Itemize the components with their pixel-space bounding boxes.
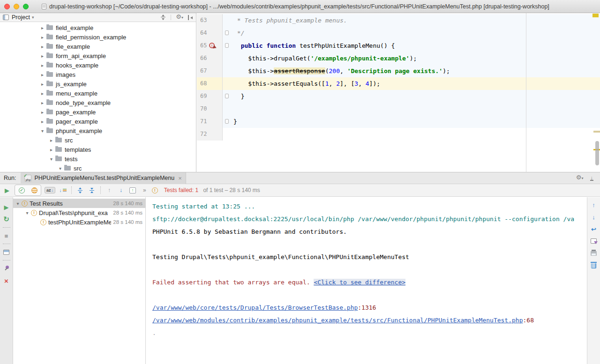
project-tree-item-pager_example[interactable]: ▸pager_example [0, 117, 196, 126]
console-hyperlink[interactable]: <Click to see difference> [314, 279, 405, 286]
chevron-right-icon[interactable]: ▸ [39, 110, 45, 115]
project-tree-item-src[interactable]: ▸src [0, 135, 196, 145]
collapse-all-button[interactable] [88, 186, 96, 195]
sort-alphabetically-button[interactable]: az↓ [45, 186, 55, 195]
project-tree-item-form_api_example[interactable]: ▸form_api_example [0, 51, 196, 60]
editor-line-64[interactable]: 64 */ [197, 27, 600, 39]
editor-line-70[interactable]: 70 [197, 103, 600, 115]
pin-tab-button[interactable] [0, 262, 13, 275]
project-tree-item-templates[interactable]: ▸templates [0, 145, 196, 154]
test-console-output[interactable]: Testing started at 13:25 ...sftp://docke… [146, 197, 587, 364]
chevron-right-icon[interactable]: ▸ [39, 25, 45, 30]
gear-icon[interactable]: ⚙▾ [176, 14, 183, 21]
editor-line-71[interactable]: 71} [197, 115, 600, 128]
show-ignored-button[interactable] [30, 186, 38, 195]
print-button[interactable] [591, 251, 597, 256]
test-tree-item[interactable]: ▾!Drupal\Tests\phpunit_exa28 s 140 ms [13, 208, 145, 217]
expand-collapse-icon[interactable] [160, 15, 166, 20]
tree-item-label: templates [65, 146, 91, 153]
next-occurrence-button[interactable]: ↓ [117, 186, 125, 195]
chevron-down-icon[interactable]: ▾ [32, 15, 34, 20]
project-tree-item-tests[interactable]: ▾tests [0, 154, 196, 163]
inspection-status-marker[interactable] [592, 14, 599, 17]
editor-line-72[interactable]: 72 [197, 128, 600, 141]
test-tree-item[interactable]: !testPhpUnitExampleMe28 s 140 ms [13, 217, 145, 227]
chevron-right-icon[interactable]: ▸ [39, 82, 45, 87]
project-tree-item-field_example[interactable]: ▸field_example [0, 23, 196, 32]
rerun-button[interactable]: ▶ [3, 186, 11, 195]
project-tree-item-images[interactable]: ▸images [0, 70, 196, 79]
editor-line-67[interactable]: 67 $this->assertResponse(200, 'Descripti… [197, 65, 600, 77]
console-hyperlink[interactable]: /var/www/web/core/tests/Drupal/Tests/Bro… [152, 304, 358, 311]
more-actions-chevron[interactable]: » [143, 187, 146, 193]
chevron-right-icon[interactable]: ▸ [48, 138, 54, 143]
minimize-window-button[interactable] [14, 4, 19, 9]
show-passed-button[interactable]: ✓ [17, 186, 26, 195]
folder-icon [55, 147, 62, 152]
editor-line-65[interactable]: 65! public function testPhpUnitExampleMe… [197, 39, 600, 52]
chevron-right-icon[interactable]: ▸ [39, 72, 45, 77]
expand-all-button[interactable] [76, 186, 84, 195]
project-tree-item-node_type_example[interactable]: ▸node_type_example [0, 98, 196, 107]
close-icon[interactable]: × [178, 175, 182, 182]
project-tree-item-src[interactable]: ▾src [0, 163, 196, 173]
hide-panel-icon[interactable] [188, 15, 193, 20]
code-editor[interactable]: 63 * Tests phpunit_example menus.64 */65… [197, 13, 600, 172]
editor-line-69[interactable]: 69 } [197, 90, 600, 103]
close-panel-button[interactable]: × [0, 275, 13, 287]
stop-button[interactable]: ■ [0, 230, 13, 242]
failed-test-icon[interactable]: ! [209, 43, 215, 48]
previous-occurrence-button[interactable]: ↑ [105, 186, 113, 195]
chevron-right-icon[interactable]: ▸ [39, 91, 45, 96]
console-hyperlink[interactable]: /var/www/web/modules/contrib/examples/ph… [152, 317, 523, 324]
chevron-right-icon[interactable]: ▸ [39, 44, 45, 49]
editor-scrollbar[interactable] [595, 141, 599, 165]
chevron-right-icon[interactable]: ▸ [39, 100, 45, 105]
sort-by-duration-button[interactable]: ↓ [59, 186, 67, 195]
scroll-to-end-button[interactable] [591, 238, 597, 244]
rerun-failed-tests-button[interactable]: ▶ [0, 201, 13, 213]
tree-item-label: file_example [56, 43, 90, 50]
run-label: Run: [0, 175, 21, 181]
chevron-down-icon[interactable]: ▾ [39, 128, 45, 134]
soft-wrap-button[interactable]: ↩ [591, 226, 596, 232]
toggle-auto-test-button[interactable]: ↻ [0, 213, 13, 225]
chevron-down-icon[interactable]: ▾ [48, 156, 54, 162]
editor-line-68[interactable]: 68 $this->assertEquals([1, 2], [3, 4]); [197, 77, 600, 90]
close-window-button[interactable] [4, 4, 10, 9]
chevron-right-icon[interactable]: ▸ [39, 63, 45, 68]
project-tree-item-js_example[interactable]: ▸js_example [0, 79, 196, 89]
hide-tool-window-icon[interactable]: ↓ [590, 176, 594, 181]
project-tree-item-hooks_example[interactable]: ▸hooks_example [0, 60, 196, 70]
fold-marker-icon[interactable] [225, 119, 229, 124]
test-tree-item[interactable]: ▾!Test Results28 s 140 ms [13, 199, 145, 208]
chevron-down-icon[interactable]: ▾ [24, 210, 30, 215]
project-tree-item-phpunit_example[interactable]: ▾phpunit_example [0, 126, 196, 135]
fold-marker-icon[interactable] [225, 94, 229, 98]
chevron-down-icon[interactable]: ▾ [15, 201, 21, 206]
restore-layout-icon [3, 250, 9, 255]
project-tree-item-field_permission_example[interactable]: ▸field_permission_example [0, 32, 196, 42]
project-tree-item-page_example[interactable]: ▸page_example [0, 107, 196, 117]
zoom-window-button[interactable] [23, 4, 29, 9]
editor-line-66[interactable]: 66 $this->drupalGet('/examples/phpunit-e… [197, 52, 600, 65]
import-test-results-button[interactable]: ↑ [128, 186, 137, 195]
run-configuration-tab[interactable]: ✓php PHPUnitExampleMenuTest.testPhpUnitE… [21, 172, 186, 184]
gear-icon[interactable]: ⚙▾ [576, 175, 584, 181]
chevron-down-icon[interactable]: ▾ [57, 166, 63, 171]
chevron-right-icon[interactable]: ▸ [39, 35, 45, 40]
chevron-right-icon[interactable]: ▸ [39, 119, 45, 124]
fold-marker-icon[interactable] [225, 30, 229, 35]
chevron-right-icon[interactable]: ▸ [48, 147, 54, 152]
down-stack-trace-button[interactable]: ↓ [592, 214, 595, 220]
restore-layout-button[interactable] [0, 246, 13, 258]
up-stack-trace-button[interactable]: ↑ [592, 202, 595, 208]
clear-console-button[interactable] [591, 263, 596, 268]
fold-marker-icon[interactable] [225, 43, 229, 48]
chevron-right-icon[interactable]: ▸ [39, 53, 45, 59]
project-tree-item-menu_example[interactable]: ▸menu_example [0, 89, 196, 98]
fold-column [223, 115, 232, 128]
error-stripe-mark[interactable] [593, 131, 600, 133]
editor-line-63[interactable]: 63 * Tests phpunit_example menus. [197, 14, 600, 27]
project-tree-item-file_example[interactable]: ▸file_example [0, 42, 196, 51]
